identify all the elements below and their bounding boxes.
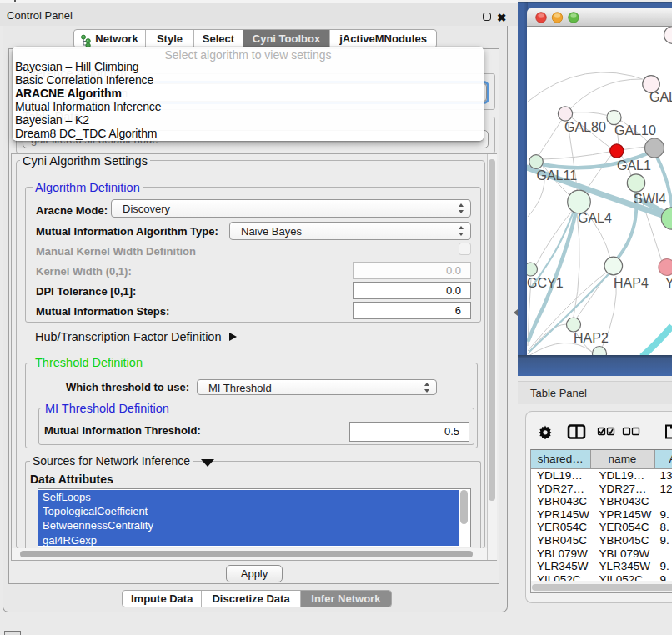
svg-text:HAP2: HAP2 <box>574 331 609 345</box>
svg-text:GAL1: GAL1 <box>617 158 651 172</box>
svg-text:Y: Y <box>665 276 672 290</box>
svg-text:HAP4: HAP4 <box>614 276 649 290</box>
svg-text:GAL11: GAL11 <box>537 168 578 182</box>
svg-text:GAL7: GAL7 <box>649 90 672 104</box>
svg-text:GAL80: GAL80 <box>564 120 606 134</box>
svg-text:GCY1: GCY1 <box>527 276 564 290</box>
svg-text:GAL10: GAL10 <box>614 123 656 138</box>
svg-text:GAL4: GAL4 <box>578 211 612 225</box>
svg-text:SWI4: SWI4 <box>634 192 666 206</box>
